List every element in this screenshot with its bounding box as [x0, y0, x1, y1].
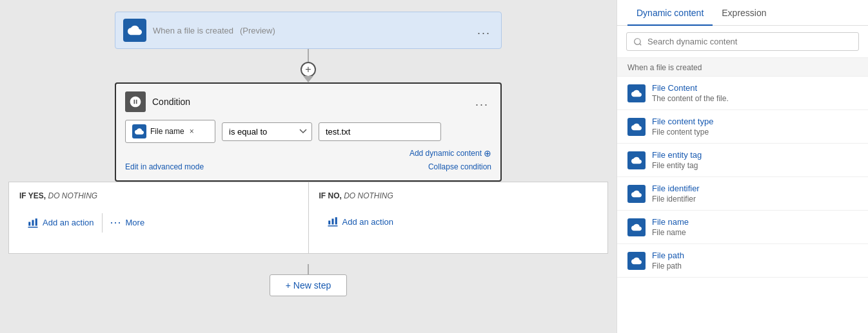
dynamic-item-name: File content type	[652, 117, 713, 126]
dynamic-item-name: File identifier	[652, 184, 700, 193]
new-step-btn[interactable]: + New step	[270, 274, 347, 296]
dynamic-item[interactable]: File Content The content of the file.	[617, 77, 868, 110]
dynamic-item-name: File Content	[652, 83, 729, 93]
no-branch: IF NO, DO NOTHING Add an action	[309, 182, 608, 253]
condition-scale-icon	[129, 95, 142, 108]
branches-container: IF YES, DO NOTHING Add an action	[8, 182, 608, 254]
add-action-icon	[27, 217, 39, 229]
operator-select[interactable]: is equal to	[222, 122, 312, 141]
value-input[interactable]	[319, 122, 441, 141]
condition-row: File name × is equal to	[125, 120, 491, 143]
trigger-icon	[123, 19, 146, 42]
panel-section-label: When a file is created	[617, 58, 868, 77]
dynamic-item-desc: File identifier	[652, 195, 700, 204]
dynamic-item-desc: File content type	[652, 128, 713, 137]
dynamic-item-desc: File entity tag	[652, 161, 702, 170]
svg-rect-6	[335, 217, 337, 224]
yes-add-action-btn[interactable]: Add an action	[19, 212, 102, 234]
dynamic-item[interactable]: File entity tag File entity tag	[617, 144, 868, 177]
dynamic-item-icon-0	[627, 84, 646, 102]
condition-header: Condition ...	[125, 91, 491, 112]
dynamic-item-desc: File path	[652, 262, 684, 271]
new-step-line	[308, 264, 309, 274]
dynamic-item-name: File entity tag	[652, 150, 702, 160]
panel-search-area	[617, 26, 868, 58]
new-step-label: + New step	[286, 280, 331, 290]
search-icon	[633, 37, 642, 46]
right-panel: Dynamic content Expression When a file i…	[616, 0, 868, 333]
dynamic-item-name: File name	[652, 217, 689, 227]
yes-branch-actions: Add an action ··· More	[19, 211, 298, 234]
field-tag-text: File name	[150, 127, 184, 136]
connector-arrow	[303, 76, 313, 82]
svg-rect-1	[32, 220, 34, 225]
file-tag-icon	[132, 124, 146, 138]
dynamic-items-list: File Content The content of the file. Fi…	[617, 77, 868, 333]
yes-more-label: More	[126, 218, 145, 227]
new-step-wrapper: + New step	[270, 264, 347, 296]
svg-rect-2	[35, 218, 37, 225]
flow-canvas: When a file is created (Preview) ... +	[0, 0, 616, 333]
dynamic-item-icon-2	[627, 151, 646, 169]
condition-block: Condition ... File name ×	[115, 82, 502, 182]
operator-wrapper: is equal to	[222, 122, 312, 141]
dynamic-item-icon-5	[627, 252, 646, 270]
connector-line-top	[308, 49, 309, 62]
trigger-title: When a file is created (Preview)	[153, 25, 475, 35]
cloud-icon	[128, 23, 142, 37]
no-add-action-icon	[327, 216, 339, 227]
dynamic-item-icon-4	[627, 218, 646, 236]
yes-add-action-label: Add an action	[43, 218, 94, 227]
field-tag-close[interactable]: ×	[190, 127, 194, 136]
collapse-condition-btn[interactable]: Collapse condition	[428, 162, 491, 171]
tab-expression[interactable]: Expression	[713, 0, 775, 26]
dynamic-search-input[interactable]	[647, 37, 852, 46]
yes-more-btn[interactable]: ··· More	[103, 211, 153, 234]
add-dynamic-plus-icon: ⊕	[484, 148, 491, 158]
yes-branch-label: IF YES, DO NOTHING	[19, 191, 298, 200]
svg-point-8	[635, 38, 640, 44]
svg-rect-4	[328, 221, 330, 225]
no-add-action-btn[interactable]: Add an action	[319, 211, 402, 233]
svg-rect-0	[28, 222, 30, 225]
yes-branch: IF YES, DO NOTHING Add an action	[9, 182, 309, 253]
dynamic-item-name: File path	[652, 251, 684, 260]
more-dots-icon: ···	[110, 216, 122, 229]
dynamic-item-desc: File name	[652, 228, 689, 237]
add-step-plus-btn[interactable]: +	[301, 62, 316, 77]
dynamic-item-icon-3	[627, 185, 646, 203]
add-dynamic-content-btn[interactable]: Add dynamic content ⊕	[409, 148, 491, 158]
condition-title-text: Condition	[152, 97, 473, 107]
svg-rect-5	[331, 219, 333, 225]
condition-links: Edit in advanced mode Collapse condition	[125, 162, 491, 171]
field-tag-input[interactable]: File name ×	[125, 120, 215, 143]
edit-advanced-btn[interactable]: Edit in advanced mode	[125, 162, 204, 171]
condition-ellipsis-btn[interactable]: ...	[473, 95, 491, 109]
svg-line-9	[640, 43, 642, 45]
no-branch-label: IF NO, DO NOTHING	[319, 191, 598, 200]
condition-icon	[125, 91, 146, 112]
dynamic-item[interactable]: File path File path	[617, 244, 868, 278]
tab-dynamic-content[interactable]: Dynamic content	[627, 0, 713, 26]
trigger-title-text: When a file is created	[153, 26, 233, 35]
condition-wrapper: Condition ... File name ×	[8, 82, 608, 182]
flow-container: When a file is created (Preview) ... +	[8, 12, 608, 296]
dynamic-item[interactable]: File content type File content type	[617, 110, 868, 144]
dynamic-item-icon-1	[627, 118, 646, 136]
dynamic-item[interactable]: File identifier File identifier	[617, 177, 868, 211]
no-branch-actions: Add an action	[319, 211, 598, 233]
trigger-block: When a file is created (Preview) ...	[115, 12, 502, 49]
dynamic-item[interactable]: File name File name	[617, 211, 868, 244]
trigger-preview-label: (Preview)	[240, 26, 275, 35]
trigger-ellipsis-btn[interactable]: ...	[475, 24, 493, 37]
search-wrapper	[626, 32, 859, 51]
no-add-action-label: Add an action	[342, 217, 394, 227]
trigger-to-condition-connector: +	[301, 49, 316, 82]
panel-tabs: Dynamic content Expression	[617, 0, 868, 26]
dynamic-item-desc: The content of the file.	[652, 94, 729, 103]
